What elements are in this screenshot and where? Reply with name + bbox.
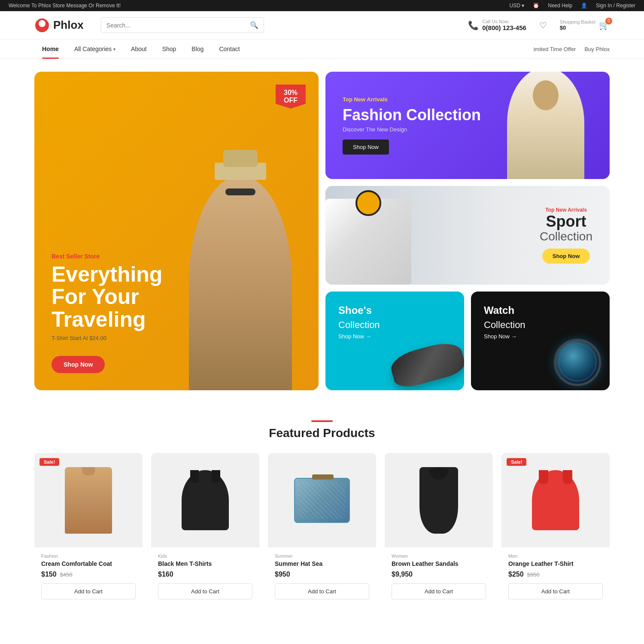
- add-to-cart-button[interactable]: Add to Cart: [392, 583, 486, 599]
- nav-item-shop[interactable]: Shop: [155, 39, 184, 58]
- limited-offer-link[interactable]: imited Time Offer: [534, 46, 576, 52]
- fashion-desc: Discover The New Design: [343, 126, 481, 133]
- sleeve-right: [563, 470, 572, 484]
- bag-handle: [312, 474, 334, 480]
- product-image-wrap: Sale!: [34, 453, 143, 547]
- banner-watch: Watch Collection Shop Now →: [471, 292, 610, 390]
- need-help-link[interactable]: Need Help: [548, 3, 572, 9]
- shoe-image: [388, 338, 464, 390]
- watch-inner: [559, 343, 596, 381]
- fashion-person: [482, 72, 610, 179]
- product-card: Summer Summer Hat Sea $950 Add to Cart: [268, 453, 376, 605]
- currency-selector[interactable]: USD ▾: [510, 3, 525, 9]
- banner-fashion-content: Top New Arrivals Fashion Collection Disc…: [343, 96, 481, 155]
- add-to-cart-button[interactable]: Add to Cart: [41, 583, 136, 599]
- banner-main-subtitle: Best Seller Store: [52, 253, 162, 260]
- add-to-cart-button[interactable]: Add to Cart: [158, 583, 252, 599]
- product-category: Men: [508, 553, 603, 559]
- sale-badge: Sale!: [39, 458, 59, 466]
- sign-in-link[interactable]: Sign In / Register: [596, 3, 635, 9]
- product-name: Cream Comfortable Coat: [41, 560, 136, 567]
- product-image-coat: [65, 467, 112, 534]
- phone-icon: 📞: [468, 20, 479, 30]
- fashion-cta[interactable]: Shop Now: [343, 140, 389, 155]
- nav-item-contact[interactable]: Contact: [211, 39, 247, 58]
- banner-main-content: Best Seller Store Everything For Your Tr…: [52, 253, 162, 374]
- divider-line: [311, 420, 333, 422]
- product-category: Summer: [275, 553, 369, 559]
- categories-arrow-icon: ▾: [113, 47, 115, 52]
- watch-image-wrap: [554, 339, 601, 386]
- fashion-tag: Top New Arrivals: [343, 96, 481, 103]
- dress-top: [428, 467, 450, 480]
- product-info: Women Brown Leather Sandals $9,950 Add t…: [385, 547, 493, 605]
- product-info: Summer Summer Hat Sea $950 Add to Cart: [268, 547, 376, 605]
- product-card: Sale! Men Orange Leather T-Shirt $250 $9…: [501, 453, 610, 605]
- product-card: Women Brown Leather Sandals $9,950 Add t…: [385, 453, 493, 605]
- watch-shop-link[interactable]: Shop Now →: [484, 333, 517, 340]
- add-to-cart-button[interactable]: Add to Cart: [508, 583, 603, 599]
- nav-item-about[interactable]: About: [123, 39, 155, 58]
- product-category: Fashion: [41, 553, 136, 559]
- watch-title: Watch: [484, 304, 514, 317]
- banner-sport: Top New Arrivals Sport Collection Shop N…: [325, 186, 610, 285]
- banner-fashion: Top New Arrivals Fashion Collection Disc…: [325, 72, 610, 179]
- sport-cta[interactable]: Shop Now: [542, 249, 590, 264]
- sport-person: [325, 186, 482, 285]
- buy-phlox-link[interactable]: Buy Phlox: [584, 46, 610, 52]
- top-bar: Welcome To Phlox Store Message Or Remove…: [0, 0, 644, 11]
- sport-tag: Top New Arrivals: [540, 207, 592, 213]
- price-original: $950: [527, 571, 540, 578]
- product-image-wrap: Sale!: [501, 453, 610, 547]
- banner-shoes-watch-row: Shoe's Collection Shop Now → Watch Colle…: [325, 292, 610, 390]
- search-icon[interactable]: 🔍: [250, 21, 258, 29]
- logo[interactable]: Phlox: [34, 18, 84, 33]
- product-image-wrap: [151, 453, 259, 547]
- basket-total: $0: [560, 24, 595, 31]
- price-current: $950: [275, 571, 290, 578]
- banner-main: 30% OFF Best Seller Store Everything For…: [34, 72, 319, 390]
- price-original: $450: [60, 571, 73, 578]
- cart-icon-wrap[interactable]: 🛒 0: [599, 20, 610, 30]
- banner-main-cta[interactable]: Shop Now: [52, 356, 105, 373]
- price-current: $9,950: [392, 571, 413, 578]
- watch-subtitle: Collection: [484, 319, 526, 331]
- banner-shoes: Shoe's Collection Shop Now →: [325, 292, 464, 390]
- banner-person: [162, 72, 319, 390]
- wishlist-icon[interactable]: ♡: [539, 20, 547, 30]
- price-current: $160: [158, 571, 173, 578]
- products-grid: Sale! Fashion Cream Comfortable Coat $15…: [34, 453, 610, 605]
- price-current: $150: [41, 571, 57, 578]
- banner-sport-content: Top New Arrivals Sport Collection Shop N…: [540, 207, 592, 264]
- hat-top: [223, 150, 258, 167]
- basket-block[interactable]: Shopping Basket $0 🛒 0: [560, 19, 610, 31]
- watch-image: [554, 339, 601, 386]
- product-image-tshirt-red: [532, 470, 579, 530]
- search-input[interactable]: [106, 22, 250, 29]
- product-info: Kids Black Men T-Shirts $160 Add to Cart: [151, 547, 259, 605]
- top-bar-message: Welcome To Phlox Store Message Or Remove…: [9, 3, 121, 9]
- product-image-bag: [294, 478, 350, 523]
- header: Phlox 🔍 📞 Call Us Now: 0(800) 123-456 ♡ …: [0, 11, 644, 39]
- fashion-person-figure: [507, 72, 584, 179]
- product-price: $160: [158, 571, 252, 578]
- search-bar[interactable]: 🔍: [101, 17, 264, 33]
- price-current: $250: [508, 571, 524, 578]
- sport-title: Sport: [540, 213, 592, 230]
- nav-item-home[interactable]: Home: [34, 39, 67, 58]
- product-card: Kids Black Men T-Shirts $160 Add to Cart: [151, 453, 259, 605]
- add-to-cart-button[interactable]: Add to Cart: [275, 583, 369, 599]
- header-icons: ♡: [539, 20, 547, 30]
- product-category: Women: [392, 553, 486, 559]
- product-name: Orange Leather T-Shirt: [508, 560, 603, 567]
- product-image-dress: [419, 467, 458, 534]
- shoes-shop-link[interactable]: Shop Now →: [338, 333, 371, 340]
- featured-products-title: Featured Products: [34, 426, 610, 440]
- nav-item-blog[interactable]: Blog: [184, 39, 211, 58]
- clock-icon: ⏰: [533, 3, 539, 9]
- product-category: Kids: [158, 553, 252, 559]
- sunglasses: [225, 188, 255, 195]
- main-nav: Home All Categories ▾ About Shop Blog Co…: [0, 39, 644, 59]
- nav-item-categories[interactable]: All Categories ▾: [67, 39, 123, 58]
- product-name: Brown Leather Sandals: [392, 560, 486, 567]
